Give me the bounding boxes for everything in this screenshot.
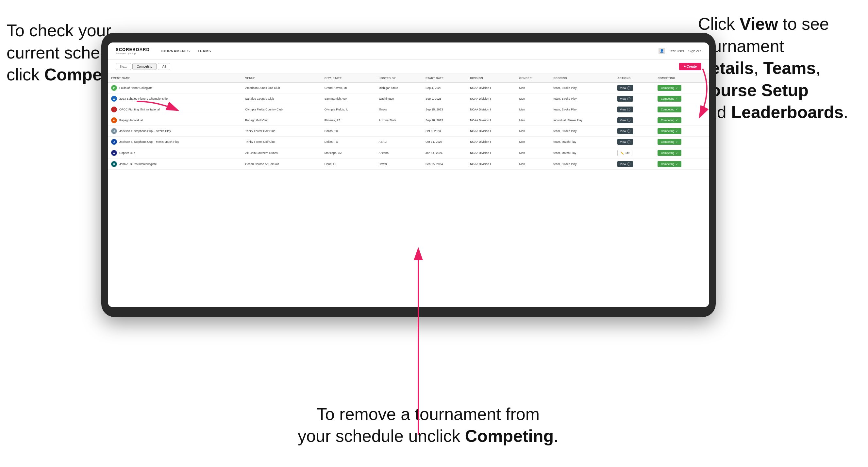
cell-gender: Men bbox=[516, 136, 550, 147]
team-logo: F bbox=[111, 85, 117, 91]
filter-bar: Ho... Competing All + Create bbox=[108, 60, 709, 74]
team-logo: A bbox=[111, 150, 117, 156]
navbar: SCOREBOARD Powered by clippi TOURNAMENTS… bbox=[108, 42, 709, 60]
event-name-text: Folds of Honor Collegiate bbox=[119, 86, 153, 90]
check-icon: ✓ bbox=[676, 108, 678, 111]
tab-home[interactable]: Ho... bbox=[116, 63, 131, 70]
cell-event-name: P Papago Individual bbox=[108, 115, 242, 126]
cell-competing: Competing ✓ bbox=[654, 126, 709, 136]
col-city-state: CITY, STATE bbox=[321, 74, 375, 83]
tablet-frame: SCOREBOARD Powered by clippi TOURNAMENTS… bbox=[101, 33, 716, 317]
team-logo: W bbox=[111, 96, 117, 102]
event-name-text: Jackson T. Stephens Cup – Men's Match Pl… bbox=[119, 140, 179, 144]
col-venue: VENUE bbox=[242, 74, 321, 83]
cell-actions: ✏️ Edit bbox=[614, 147, 654, 159]
cell-city-state: Lihue, HI bbox=[321, 159, 375, 169]
check-icon: ✓ bbox=[676, 129, 678, 133]
cell-venue: Ak-Chin Southern Dunes bbox=[242, 147, 321, 159]
competing-button[interactable]: Competing ✓ bbox=[657, 150, 681, 156]
view-button[interactable]: View i bbox=[617, 96, 633, 102]
cell-competing: Competing ✓ bbox=[654, 104, 709, 115]
cell-division: NCAA Division I bbox=[467, 104, 516, 115]
cell-event-name: H John A. Burns Intercollegiate bbox=[108, 159, 242, 169]
table-row: F Folds of Honor Collegiate American Dun… bbox=[108, 83, 709, 93]
info-icon: i bbox=[627, 119, 630, 122]
view-button[interactable]: View i bbox=[617, 128, 633, 134]
table-header-row: EVENT NAME VENUE CITY, STATE HOSTED BY S… bbox=[108, 74, 709, 83]
info-icon: i bbox=[627, 86, 630, 90]
cell-venue: Ocean Course At Hokuala bbox=[242, 159, 321, 169]
signout-link[interactable]: Sign out bbox=[688, 49, 701, 53]
filter-tabs: Ho... Competing All bbox=[116, 63, 170, 70]
check-icon: ✓ bbox=[676, 119, 678, 122]
check-icon: ✓ bbox=[676, 140, 678, 144]
cell-city-state: Phoenix, AZ bbox=[321, 115, 375, 126]
check-icon: ✓ bbox=[676, 86, 678, 90]
table-row: A Copper Cup Ak-Chin Southern DunesMaric… bbox=[108, 147, 709, 159]
cell-scoring: team, Stroke Play bbox=[550, 83, 614, 93]
cell-event-name: A Copper Cup bbox=[108, 147, 242, 159]
competing-button[interactable]: Competing ✓ bbox=[657, 161, 681, 167]
tab-competing[interactable]: Competing bbox=[132, 63, 157, 70]
nav-teams[interactable]: TEAMS bbox=[198, 48, 211, 54]
col-hosted-by: HOSTED BY bbox=[375, 74, 422, 83]
cell-actions: View i bbox=[614, 104, 654, 115]
col-event-name: EVENT NAME bbox=[108, 74, 242, 83]
table-row: J Jackson T. Stephens Cup – Men's Match … bbox=[108, 136, 709, 147]
cell-scoring: individual, Stroke Play bbox=[550, 115, 614, 126]
view-button[interactable]: View i bbox=[617, 106, 633, 113]
competing-button[interactable]: Competing ✓ bbox=[657, 106, 681, 113]
team-logo: J bbox=[111, 139, 117, 145]
team-logo: H bbox=[111, 161, 117, 167]
view-button[interactable]: View i bbox=[617, 85, 633, 91]
competing-button[interactable]: Competing ✓ bbox=[657, 96, 681, 102]
cell-gender: Men bbox=[516, 147, 550, 159]
table-row: H John A. Burns Intercollegiate Ocean Co… bbox=[108, 159, 709, 169]
view-button[interactable]: View i bbox=[617, 117, 633, 123]
event-name-text: John A. Burns Intercollegiate bbox=[119, 162, 157, 166]
event-name-text: 2023 Sahalee Players Championship bbox=[119, 97, 168, 100]
cell-actions: View i bbox=[614, 136, 654, 147]
event-name-text: OFCC Fighting Illini Invitational bbox=[119, 108, 160, 111]
cell-division: NCAA Division I bbox=[467, 126, 516, 136]
nav-tournaments[interactable]: TOURNAMENTS bbox=[160, 48, 190, 54]
cell-competing: Competing ✓ bbox=[654, 159, 709, 169]
col-division: DIVISION bbox=[467, 74, 516, 83]
col-start-date: START DATE bbox=[422, 74, 467, 83]
competing-button[interactable]: Competing ✓ bbox=[657, 128, 681, 134]
table-container: EVENT NAME VENUE CITY, STATE HOSTED BY S… bbox=[108, 74, 709, 307]
cell-actions: View i bbox=[614, 115, 654, 126]
cell-division: NCAA Division I bbox=[467, 93, 516, 104]
view-button[interactable]: View i bbox=[617, 161, 633, 167]
cell-competing: Competing ✓ bbox=[654, 83, 709, 93]
cell-actions: View i bbox=[614, 126, 654, 136]
competing-button[interactable]: Competing ✓ bbox=[657, 85, 681, 91]
view-button[interactable]: View i bbox=[617, 139, 633, 145]
cell-start-date: Feb 15, 2024 bbox=[422, 159, 467, 169]
col-actions: ACTIONS bbox=[614, 74, 654, 83]
cell-hosted-by: Illinois bbox=[375, 104, 422, 115]
cell-gender: Men bbox=[516, 93, 550, 104]
create-button[interactable]: + Create bbox=[679, 63, 701, 70]
competing-button[interactable]: Competing ✓ bbox=[657, 117, 681, 123]
info-icon: i bbox=[627, 140, 630, 144]
col-gender: GENDER bbox=[516, 74, 550, 83]
tab-all[interactable]: All bbox=[158, 63, 170, 70]
annotation-top-right: Click View to see tournament Details, Te… bbox=[698, 13, 862, 124]
info-icon: i bbox=[627, 162, 630, 166]
edit-button[interactable]: ✏️ Edit bbox=[617, 150, 632, 156]
cell-hosted-by: Michigan State bbox=[375, 83, 422, 93]
cell-gender: Men bbox=[516, 126, 550, 136]
cell-venue: Trinity Forest Golf Club bbox=[242, 136, 321, 147]
brand-title: SCOREBOARD bbox=[116, 47, 150, 52]
cell-hosted-by: Arizona bbox=[375, 147, 422, 159]
competing-button[interactable]: Competing ✓ bbox=[657, 139, 681, 145]
cell-city-state: Olympia Fields, IL bbox=[321, 104, 375, 115]
cell-division: NCAA Division I bbox=[467, 136, 516, 147]
cell-start-date: Jan 14, 2024 bbox=[422, 147, 467, 159]
cell-gender: Men bbox=[516, 83, 550, 93]
brand-sub: Powered by clippi bbox=[116, 52, 150, 55]
annotation-bottom: To remove a tournament from your schedul… bbox=[281, 403, 575, 447]
cell-scoring: team, Match Play bbox=[550, 147, 614, 159]
user-icon: 👤 bbox=[658, 48, 665, 54]
